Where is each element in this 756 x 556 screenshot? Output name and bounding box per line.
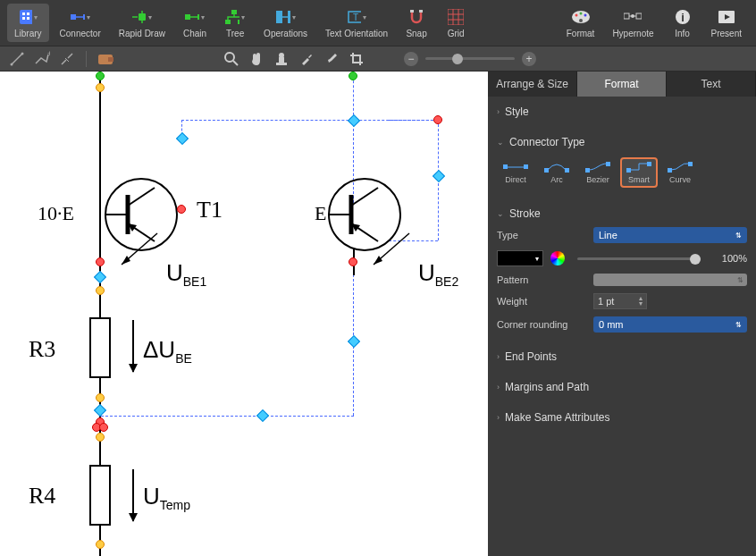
- present-button[interactable]: Present: [704, 4, 749, 42]
- svg-rect-56: [565, 168, 569, 173]
- dot[interactable]: [349, 257, 357, 266]
- library-button[interactable]: ▾ Library: [7, 4, 49, 42]
- svg-rect-61: [668, 168, 672, 173]
- arrow-utemp: [132, 469, 134, 521]
- section-margins[interactable]: ›Margins and Path: [497, 377, 747, 397]
- resistor-r4[interactable]: [89, 465, 111, 526]
- svg-rect-4: [27, 17, 29, 20]
- corner-select[interactable]: 0 mm⇅: [593, 316, 747, 333]
- crop-tool[interactable]: [347, 49, 366, 69]
- stroke-color-swatch[interactable]: ▾: [497, 250, 543, 266]
- label-e: E: [315, 202, 326, 225]
- operations-button[interactable]: ▾ Operations: [256, 4, 315, 42]
- dot[interactable]: [96, 286, 105, 295]
- dot[interactable]: [96, 83, 105, 92]
- zoom-out-button[interactable]: −: [404, 52, 418, 66]
- eyedropper-tool[interactable]: [297, 49, 316, 69]
- smart-icon: [626, 161, 651, 173]
- section-style[interactable]: ›Style: [497, 102, 747, 122]
- library-icon: ▾: [18, 7, 38, 27]
- chain-button[interactable]: ▾ Chain: [176, 4, 214, 42]
- svg-point-25: [584, 14, 586, 17]
- disconnect-tool[interactable]: [57, 49, 77, 69]
- dot[interactable]: [94, 404, 106, 417]
- svg-rect-16: [288, 11, 290, 23]
- connector-direct[interactable]: Direct: [497, 157, 534, 188]
- connector-curve[interactable]: Curve: [661, 157, 699, 188]
- pattern-select[interactable]: ⇅: [593, 274, 747, 286]
- svg-rect-1: [22, 13, 25, 15]
- arrow-ube2: [365, 229, 418, 277]
- label-ube2: UBE2: [418, 259, 458, 289]
- section-stroke[interactable]: ⌄Stroke: [497, 204, 747, 223]
- dot[interactable]: [433, 115, 442, 124]
- dot[interactable]: [96, 433, 105, 442]
- dot[interactable]: [94, 271, 106, 283]
- line-tool[interactable]: [7, 49, 27, 69]
- chevron-right-icon: ›: [497, 413, 500, 422]
- chevron-down-icon: ⌄: [497, 138, 504, 147]
- zoom-slider[interactable]: [425, 57, 515, 60]
- format-button[interactable]: Format: [559, 4, 602, 42]
- dot[interactable]: [96, 540, 105, 549]
- dot[interactable]: [433, 170, 445, 182]
- dot[interactable]: [96, 393, 105, 402]
- svg-rect-55: [544, 168, 549, 173]
- chevron-right-icon: ›: [497, 107, 500, 116]
- tab-text[interactable]: Text: [667, 72, 756, 97]
- hypernote-button[interactable]: Hypernote: [605, 4, 660, 42]
- wallet-tool[interactable]: [96, 49, 115, 69]
- hand-tool[interactable]: [247, 49, 266, 69]
- info-icon: i: [673, 7, 693, 27]
- bezier-icon: [585, 161, 610, 173]
- dot[interactable]: [177, 205, 186, 214]
- svg-point-41: [279, 53, 284, 58]
- stamp-tool[interactable]: [272, 49, 291, 69]
- connector-arc[interactable]: Arc: [538, 157, 575, 188]
- dot[interactable]: [348, 335, 360, 348]
- svg-line-49: [351, 188, 378, 206]
- connector-bezier[interactable]: Bezier: [579, 157, 617, 188]
- svg-rect-27: [624, 13, 629, 19]
- dot[interactable]: [348, 114, 360, 127]
- canvas[interactable]: 10·E T1 E UBE1 UBE2 R3 ΔUBE R4 UTemp: [0, 72, 488, 556]
- brush-tool[interactable]: [322, 49, 341, 69]
- resistor-r3[interactable]: [89, 317, 111, 378]
- label-10e: 10·E: [38, 202, 74, 225]
- tree-button[interactable]: ▾ Tree: [217, 4, 253, 42]
- label-ube1: UBE1: [166, 259, 206, 289]
- svg-rect-52: [503, 164, 508, 169]
- info-button[interactable]: i Info: [665, 4, 701, 42]
- section-make-same[interactable]: ›Make Same Attributes: [497, 408, 747, 427]
- label-t1: T1: [197, 197, 223, 223]
- connector-button[interactable]: ▾ Connector: [53, 4, 108, 42]
- section-end-points[interactable]: ›End Points: [497, 347, 747, 366]
- dot[interactable]: [256, 409, 269, 422]
- sub-toolbar: + − +: [0, 46, 756, 72]
- svg-rect-62: [688, 162, 693, 166]
- polyline-tool[interactable]: +: [32, 49, 52, 69]
- section-connector-type[interactable]: ⌄Connector Type: [497, 132, 747, 152]
- dot[interactable]: [176, 132, 189, 145]
- text-orient-icon: T▾: [347, 7, 366, 27]
- tab-format[interactable]: Format: [577, 72, 667, 97]
- dot[interactable]: [96, 257, 105, 266]
- dot[interactable]: [96, 72, 105, 80]
- text-orientation-button[interactable]: T▾ Text Orientation: [318, 4, 395, 42]
- weight-input[interactable]: 1 pt▴▾: [593, 293, 647, 309]
- zoom-in-button[interactable]: +: [522, 52, 536, 66]
- connector-smart[interactable]: Smart: [620, 157, 658, 188]
- grid-button[interactable]: Grid: [438, 4, 474, 42]
- color-wheel-icon[interactable]: [550, 251, 565, 265]
- dot[interactable]: [349, 72, 357, 80]
- snap-button[interactable]: Snap: [399, 4, 434, 42]
- dot[interactable]: [99, 423, 108, 432]
- stroke-type-select[interactable]: Line⇅: [593, 227, 747, 243]
- rapid-draw-icon: ▾: [132, 7, 152, 27]
- opacity-slider[interactable]: [577, 257, 701, 260]
- rapid-draw-button[interactable]: ▾ Rapid Draw: [112, 4, 172, 42]
- search-tool[interactable]: [222, 49, 241, 69]
- grid-icon: [446, 7, 466, 27]
- label-dube: ΔUBE: [143, 336, 192, 366]
- tab-arrange[interactable]: Arrange & Size: [488, 72, 577, 97]
